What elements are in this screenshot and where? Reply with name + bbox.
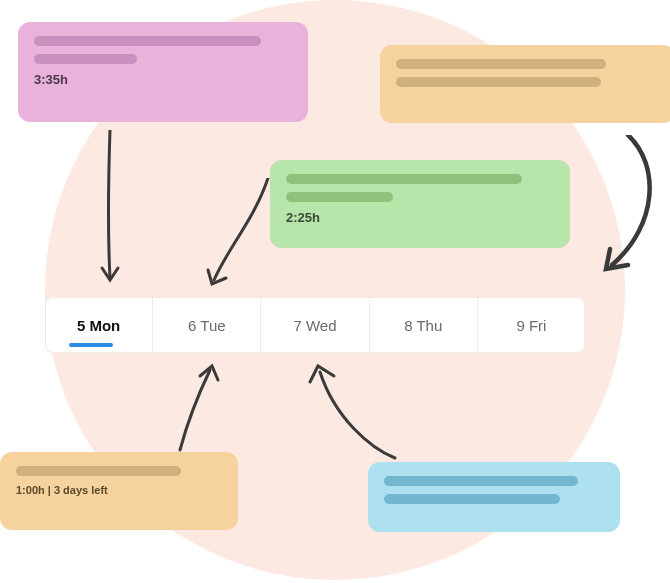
skeleton-line	[34, 54, 137, 64]
day-tue[interactable]: 6 Tue	[153, 297, 261, 353]
day-label: 7 Wed	[293, 317, 336, 334]
day-label: 6 Tue	[188, 317, 226, 334]
active-day-bar	[69, 343, 113, 347]
task-card-blue[interactable]	[368, 462, 620, 532]
task-card-pink[interactable]: 3:35h	[18, 22, 308, 122]
task-card-green[interactable]: 2:25h	[270, 160, 570, 248]
task-duration: 2:25h	[286, 210, 554, 225]
day-wed[interactable]: 7 Wed	[261, 297, 369, 353]
skeleton-line	[34, 36, 261, 46]
task-card-orange-top[interactable]	[380, 45, 670, 123]
day-fri[interactable]: 9 Fri	[478, 297, 585, 353]
skeleton-line	[286, 174, 522, 184]
day-thu[interactable]: 8 Thu	[370, 297, 478, 353]
day-label: 9 Fri	[516, 317, 546, 334]
day-label: 8 Thu	[404, 317, 442, 334]
skeleton-line	[384, 476, 578, 486]
day-mon[interactable]: 5 Mon	[45, 297, 153, 353]
day-label: 5 Mon	[77, 317, 120, 334]
skeleton-line	[384, 494, 560, 504]
skeleton-line	[396, 59, 606, 69]
week-selector: 5 Mon 6 Tue 7 Wed 8 Thu 9 Fri	[45, 297, 585, 353]
skeleton-line	[396, 77, 601, 87]
task-caption: 1:00h | 3 days left	[16, 484, 222, 496]
skeleton-line	[286, 192, 393, 202]
skeleton-line	[16, 466, 181, 476]
task-duration: 3:35h	[34, 72, 292, 87]
task-card-orange-bottom[interactable]: 1:00h | 3 days left	[0, 452, 238, 530]
